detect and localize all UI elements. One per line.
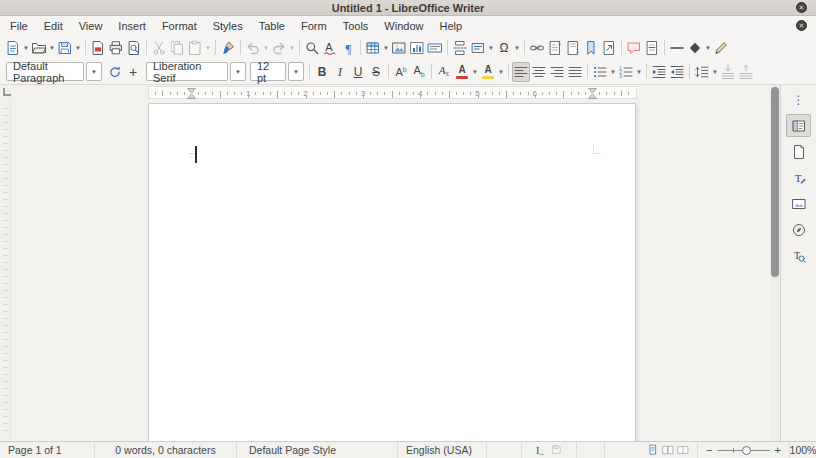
insert-comment-button[interactable]	[625, 38, 643, 58]
menu-form[interactable]: Form	[293, 18, 335, 34]
new-style-button[interactable]: +	[124, 62, 142, 82]
font-size-value[interactable]: 12 pt	[250, 62, 286, 81]
book-view-icon[interactable]	[677, 444, 689, 456]
menu-table[interactable]: Table	[251, 18, 293, 34]
basic-shapes-dropdown-icon[interactable]: ▼	[704, 38, 712, 58]
insert-page-break-button[interactable]	[451, 38, 469, 58]
word-count-status[interactable]: 0 words, 0 characters	[95, 442, 237, 458]
basic-shapes-button[interactable]	[686, 38, 704, 58]
menu-help[interactable]: Help	[431, 18, 470, 34]
track-changes-button[interactable]	[643, 38, 661, 58]
language-status[interactable]: English (USA)	[398, 442, 487, 458]
print-preview-button[interactable]	[125, 38, 143, 58]
export-pdf-button[interactable]	[89, 38, 107, 58]
zoom-in-icon[interactable]: +	[775, 445, 781, 456]
formatting-marks-button[interactable]: ¶	[339, 38, 357, 58]
align-left-button[interactable]	[512, 62, 530, 82]
sidebar-tab-sidebar-settings[interactable]: ⋮	[786, 88, 811, 111]
spelling-button[interactable]: A	[321, 38, 339, 58]
insert-table-dropdown-icon[interactable]: ▼	[382, 38, 390, 58]
zoom-out-icon[interactable]: −	[706, 445, 712, 456]
insert-image-button[interactable]	[390, 38, 408, 58]
menu-insert[interactable]: Insert	[110, 18, 154, 34]
zoom-slider[interactable]	[717, 446, 769, 455]
new-button[interactable]	[4, 38, 22, 58]
subscript-button[interactable]: Ab	[410, 62, 428, 82]
font-color-dropdown-icon[interactable]: ▼	[471, 62, 479, 82]
insert-table-button[interactable]	[364, 38, 382, 58]
insert-mode-icon[interactable]: I_	[536, 444, 544, 456]
sidebar-tab-gallery[interactable]	[786, 192, 811, 215]
close-window-icon[interactable]: ✕	[796, 2, 807, 13]
line-spacing-dropdown-icon[interactable]: ▼	[711, 62, 719, 82]
menu-view[interactable]: View	[71, 18, 111, 34]
find-replace-button[interactable]	[303, 38, 321, 58]
insert-footnote-button[interactable]: 1	[546, 38, 564, 58]
vertical-ruler[interactable]	[0, 100, 11, 441]
numbering-dropdown-icon[interactable]: ▼	[635, 62, 643, 82]
superscript-button[interactable]: Ab	[392, 62, 410, 82]
sidebar-tab-navigator[interactable]	[786, 218, 811, 241]
highlight-color-dropdown-icon[interactable]: ▼	[497, 62, 505, 82]
insert-line-button[interactable]	[668, 38, 686, 58]
print-button[interactable]	[107, 38, 125, 58]
insert-special-character-button[interactable]: Ω	[495, 38, 513, 58]
insert-field-dropdown-icon[interactable]: ▼	[487, 38, 495, 58]
highlight-color-button[interactable]: A	[479, 62, 497, 82]
scrollbar-thumb[interactable]	[771, 87, 779, 277]
menu-file[interactable]: File	[2, 18, 36, 34]
indent-increase-button[interactable]	[650, 62, 668, 82]
menu-window[interactable]: Window	[376, 18, 431, 34]
strikethrough-button[interactable]: S	[367, 62, 385, 82]
underline-button[interactable]: U	[349, 62, 367, 82]
new-dropdown-icon[interactable]: ▼	[22, 38, 30, 58]
sidebar-tab-style-inspector[interactable]: T	[786, 244, 811, 267]
menu-format[interactable]: Format	[154, 18, 205, 34]
document-saved-icon[interactable]	[551, 444, 562, 457]
edit-mode-cell[interactable]: I_	[522, 442, 577, 458]
line-spacing-button[interactable]	[693, 62, 711, 82]
open-button[interactable]	[30, 38, 48, 58]
insert-chart-button[interactable]	[408, 38, 426, 58]
clone-formatting-button[interactable]	[219, 38, 237, 58]
multi-page-view-icon[interactable]	[662, 444, 674, 456]
zoom-slider-thumb[interactable]	[742, 446, 751, 455]
italic-button[interactable]: I	[331, 62, 349, 82]
update-style-button[interactable]	[106, 62, 124, 82]
sidebar-tab-properties[interactable]	[786, 114, 811, 137]
clear-formatting-button[interactable]: Ax	[435, 62, 453, 82]
draw-functions-button[interactable]	[712, 38, 730, 58]
page-number-status[interactable]: Page 1 of 1	[0, 442, 95, 458]
bullets-button[interactable]	[591, 62, 609, 82]
font-size-combo[interactable]: 12 pt ▼	[250, 62, 304, 81]
insert-field-button[interactable]	[469, 38, 487, 58]
align-center-button[interactable]	[530, 62, 548, 82]
align-right-button[interactable]	[548, 62, 566, 82]
insert-cross-reference-button[interactable]	[600, 38, 618, 58]
insert-textbox-button[interactable]	[426, 38, 444, 58]
vertical-scrollbar[interactable]	[770, 85, 780, 441]
save-dropdown-icon[interactable]: ▼	[74, 38, 82, 58]
font-name-dropdown-icon[interactable]: ▼	[230, 62, 246, 81]
single-page-view-icon[interactable]	[647, 444, 659, 456]
insert-hyperlink-button[interactable]	[528, 38, 546, 58]
horizontal-ruler[interactable]: 123456	[148, 86, 637, 99]
font-size-dropdown-icon[interactable]: ▼	[288, 62, 304, 81]
bold-button[interactable]: B	[313, 62, 331, 82]
insert-endnote-button[interactable]: 1	[564, 38, 582, 58]
bullets-dropdown-icon[interactable]: ▼	[609, 62, 617, 82]
zoom-level-status[interactable]: 100%	[790, 442, 816, 458]
menu-edit[interactable]: Edit	[36, 18, 71, 34]
indent-decrease-button[interactable]	[668, 62, 686, 82]
align-justify-button[interactable]	[566, 62, 584, 82]
font-color-button[interactable]: A	[453, 62, 471, 82]
save-button[interactable]	[56, 38, 74, 58]
font-name-combo[interactable]: Liberation Serif ▼	[146, 62, 246, 81]
page-style-status[interactable]: Default Page Style	[237, 442, 398, 458]
sidebar-tab-page[interactable]	[786, 140, 811, 163]
tab-selector-icon[interactable]	[3, 88, 11, 96]
paragraph-style-dropdown-icon[interactable]: ▼	[86, 62, 102, 81]
open-dropdown-icon[interactable]: ▼	[48, 38, 56, 58]
insert-bookmark-button[interactable]	[582, 38, 600, 58]
sidebar-tab-styles[interactable]: T	[786, 166, 811, 189]
